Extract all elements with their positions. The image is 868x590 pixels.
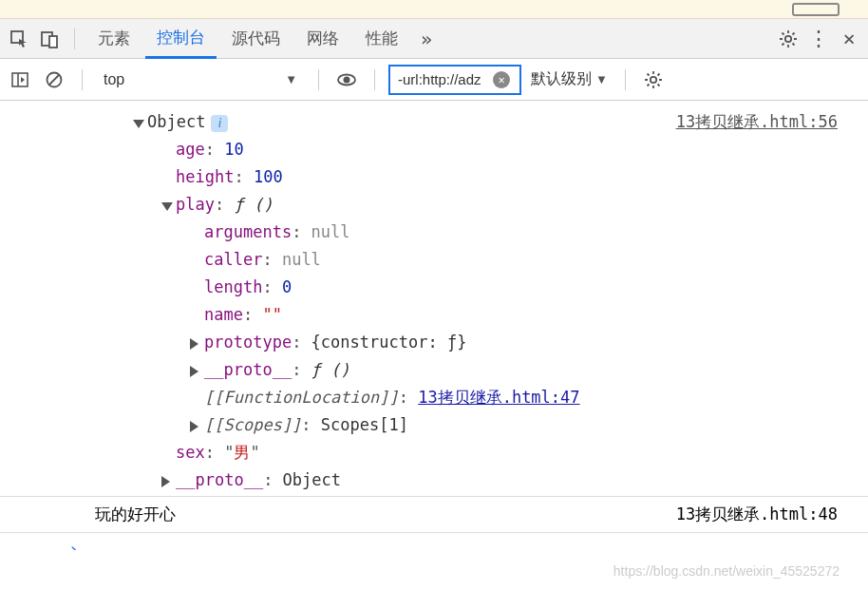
- filter-input[interactable]: [398, 71, 493, 87]
- info-strip-button[interactable]: [792, 3, 840, 16]
- svg-rect-2: [49, 36, 57, 48]
- divider: [82, 69, 83, 90]
- devtools-tabs: 元素 控制台 源代码 网络 性能 » ⋮ ×: [0, 19, 868, 59]
- svg-point-3: [785, 35, 791, 41]
- settings-gear-icon[interactable]: [639, 66, 668, 94]
- expand-arrow-icon[interactable]: [190, 366, 198, 377]
- svg-line-7: [49, 75, 59, 85]
- tree-prop-proto-fn[interactable]: __proto__: ƒ (): [38, 356, 580, 384]
- watermark: https://blog.csdn.net/weixin_45525272: [613, 563, 840, 579]
- dropdown-caret-icon: ▼: [285, 72, 297, 86]
- console-object-row: Object i age: 10 height: 100 play: ƒ () …: [0, 106, 868, 496]
- sidebar-toggle-icon[interactable]: [6, 66, 34, 94]
- object-label: Object: [147, 108, 205, 136]
- svg-point-10: [651, 76, 656, 82]
- clear-console-icon[interactable]: [40, 66, 68, 94]
- tab-sources[interactable]: 源代码: [220, 19, 292, 59]
- divider: [318, 69, 319, 90]
- tab-network[interactable]: 网络: [295, 19, 350, 59]
- tree-root[interactable]: Object i: [38, 108, 580, 136]
- tree-prop-scopes[interactable]: [[Scopes]]: Scopes[1]: [38, 411, 580, 439]
- clear-filter-icon[interactable]: ✕: [493, 71, 510, 88]
- tree-prop-proto-obj[interactable]: __proto__: Object: [38, 466, 580, 494]
- tree-prop-age: age: 10: [38, 136, 580, 163]
- inspect-icon[interactable]: [6, 26, 32, 52]
- tree-prop-play[interactable]: play: ƒ (): [38, 191, 580, 219]
- info-icon[interactable]: i: [211, 115, 228, 132]
- console-prompt[interactable]: ›: [0, 533, 868, 544]
- more-tabs-icon[interactable]: »: [413, 26, 440, 52]
- tree-prop-name: name: "": [38, 301, 580, 329]
- tree-prop-height: height: 100: [38, 163, 580, 191]
- source-link[interactable]: 13拷贝继承.html:56: [676, 108, 838, 136]
- device-toggle-icon[interactable]: [36, 26, 63, 52]
- level-label: 默认级别: [531, 69, 592, 89]
- tab-performance[interactable]: 性能: [354, 19, 409, 59]
- log-level-selector[interactable]: 默认级别 ▼: [527, 69, 612, 89]
- divider: [625, 69, 626, 90]
- kebab-menu-icon[interactable]: ⋮: [805, 26, 832, 52]
- console-toolbar: top ▼ ✕ 默认级别 ▼: [0, 59, 868, 101]
- divider: [374, 69, 375, 90]
- divider: [74, 29, 75, 49]
- tree-prop-prototype[interactable]: prototype: {constructor: ƒ}: [38, 329, 580, 356]
- settings-gear-icon[interactable]: [775, 26, 802, 52]
- tab-elements[interactable]: 元素: [86, 19, 142, 59]
- expand-arrow-icon[interactable]: [190, 421, 198, 432]
- console-output: Object i age: 10 height: 100 play: ƒ () …: [0, 101, 868, 550]
- log-message: 玩的好开心: [95, 504, 176, 523]
- object-tree: Object i age: 10 height: 100 play: ƒ () …: [27, 108, 580, 494]
- prompt-chevron-icon: ›: [68, 539, 79, 550]
- context-selector[interactable]: top ▼: [96, 66, 305, 94]
- dropdown-caret-icon: ▼: [595, 72, 608, 86]
- tree-prop-funcloc: [[FunctionLocation]]: 13拷贝继承.html:47: [38, 384, 580, 411]
- tab-console[interactable]: 控制台: [145, 19, 217, 59]
- live-expression-icon[interactable]: [332, 66, 361, 94]
- filter-input-wrap[interactable]: ✕: [388, 65, 521, 95]
- expand-arrow-icon[interactable]: [133, 120, 144, 128]
- console-log-row: 玩的好开心 13拷贝继承.html:48: [0, 496, 868, 533]
- svg-rect-4: [12, 73, 28, 86]
- tree-prop-length: length: 0: [38, 274, 580, 301]
- close-icon[interactable]: ×: [836, 26, 862, 52]
- svg-point-9: [344, 76, 350, 83]
- source-link[interactable]: 13拷贝继承.html:47: [418, 384, 579, 411]
- expand-arrow-icon[interactable]: [190, 338, 198, 350]
- tree-prop-caller: caller: null: [38, 246, 580, 274]
- info-strip: [0, 0, 868, 19]
- expand-arrow-icon[interactable]: [161, 476, 170, 487]
- source-link[interactable]: 13拷贝继承.html:48: [676, 501, 838, 528]
- tree-prop-arguments: arguments: null: [38, 219, 580, 246]
- expand-arrow-icon[interactable]: [161, 202, 173, 211]
- tree-prop-sex: sex: "男": [38, 439, 580, 466]
- context-label: top: [104, 71, 124, 88]
